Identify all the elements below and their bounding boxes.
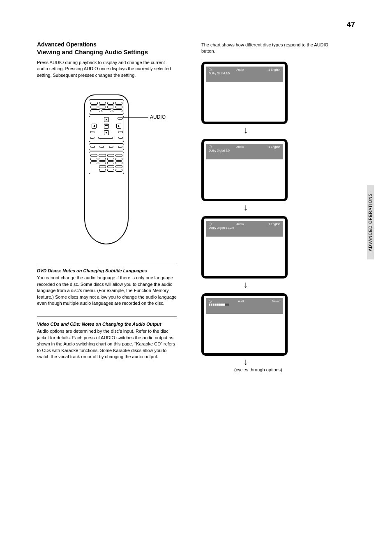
note-cd: Video CDs and CDs: Notes on Changing the… xyxy=(37,321,177,360)
remote-button xyxy=(107,102,114,105)
cycle-note: (cycles through options) xyxy=(234,367,282,372)
clock-icon xyxy=(209,68,212,71)
side-tab: ADVANCED OPERATIONS xyxy=(367,185,374,259)
remote-button xyxy=(90,106,97,108)
down-arrow-icon: ↓ xyxy=(201,357,290,367)
remote-button xyxy=(90,131,95,133)
note-dvd: DVD Discs: Notes on Changing Subtitle La… xyxy=(37,268,177,306)
divider xyxy=(37,263,177,263)
stop-button xyxy=(118,146,122,148)
remote-button xyxy=(118,131,123,133)
note-heading: Video CDs and CDs: Notes on Changing the… xyxy=(37,321,177,327)
remote-button xyxy=(118,117,123,120)
intro-paragraph: Press AUDIO during playback to display a… xyxy=(37,60,177,78)
right-intro: The chart shows how different disc types… xyxy=(201,42,341,54)
remote-button xyxy=(107,106,114,108)
remote-illustration xyxy=(84,94,129,244)
callout-line xyxy=(123,117,148,118)
skip-back-button xyxy=(90,146,95,148)
audio-button xyxy=(115,106,122,108)
osd-screen: Audio:1 English Dolby Digital 2/0 xyxy=(201,62,288,124)
remote-button xyxy=(101,109,111,112)
clock-icon xyxy=(209,145,212,149)
page-title: Viewing and Changing Audio Settings xyxy=(37,48,177,55)
clock-icon xyxy=(209,223,212,226)
screens-column: Audio:1 English Dolby Digital 2/0 ↓ Audi… xyxy=(201,62,290,371)
pause-button xyxy=(99,146,104,148)
down-arrow-icon: ↓ xyxy=(201,125,290,136)
remote-button xyxy=(113,109,122,112)
note-body: You cannot change the audio language if … xyxy=(37,275,177,306)
level-bars xyxy=(209,304,280,306)
page-number: 47 xyxy=(347,21,355,29)
osd-screen: Audio:1 English Dolby Digital 5.1CH xyxy=(201,216,288,278)
remote-button xyxy=(90,137,95,139)
skip-forward-button xyxy=(109,146,113,148)
clock-icon xyxy=(209,300,212,303)
callout-label: AUDIO xyxy=(150,114,166,120)
dpad-right xyxy=(116,124,121,129)
dpad-down xyxy=(104,130,109,135)
note-heading: DVD Discs: Notes on Changing Subtitle La… xyxy=(37,268,177,274)
remote-button xyxy=(118,137,123,139)
down-arrow-icon: ↓ xyxy=(201,202,290,213)
remote-button xyxy=(98,137,113,139)
osd-screen: Audio:1 English Dolby Digital 2/0 xyxy=(201,139,288,201)
dpad-left xyxy=(92,124,97,129)
remote-button xyxy=(99,102,106,105)
note-body: Audio options are determined by the disc… xyxy=(37,328,177,360)
divider xyxy=(37,316,177,317)
dpad-up xyxy=(104,117,109,122)
remote-button xyxy=(115,102,122,105)
remote-button xyxy=(90,109,100,112)
remote-button xyxy=(99,106,106,108)
down-arrow-icon: ↓ xyxy=(201,279,290,290)
dpad-enter xyxy=(104,124,109,129)
osd-screen: Audio:Stereo xyxy=(201,293,288,356)
section-label: Advanced Operations xyxy=(37,41,177,48)
remote-button xyxy=(90,102,98,105)
